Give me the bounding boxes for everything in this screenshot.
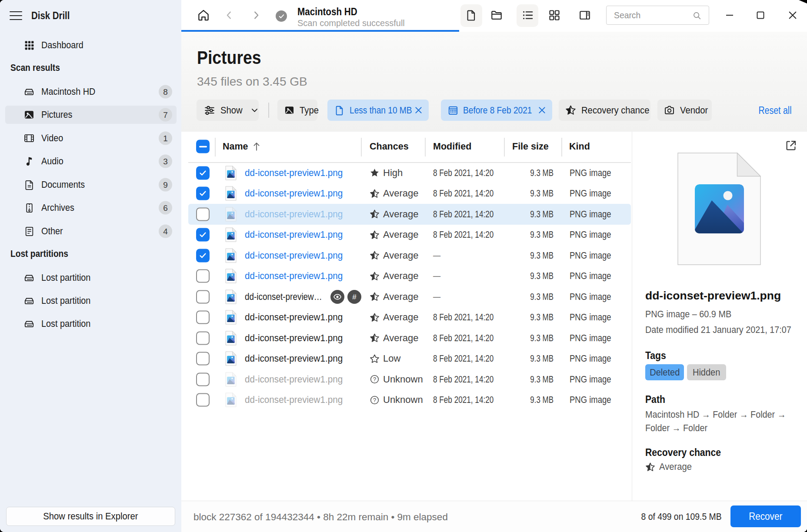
svg-text:#: #	[352, 293, 357, 301]
